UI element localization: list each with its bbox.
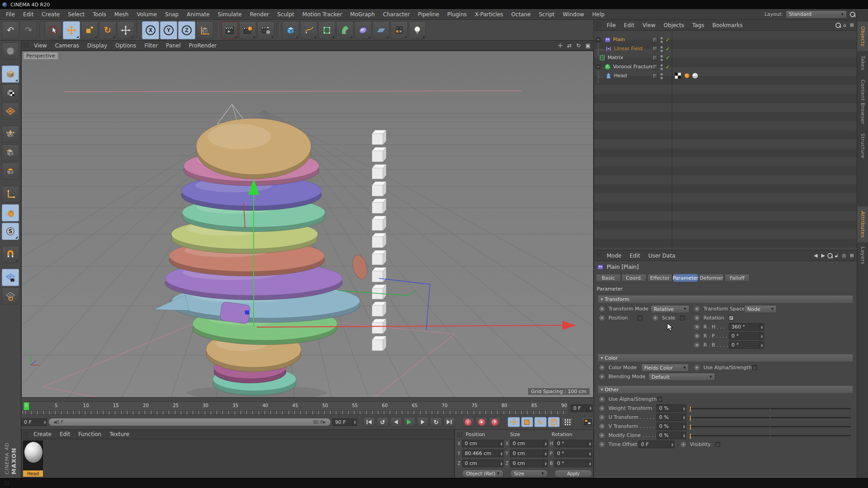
menu-item-help[interactable]: Help bbox=[588, 11, 609, 18]
material-menu-create[interactable]: Create bbox=[29, 431, 56, 437]
object-row-head[interactable]: Head bbox=[594, 71, 857, 80]
lock-x-axis-button[interactable]: X bbox=[142, 21, 159, 39]
end-frame-field[interactable]: 90 F bbox=[332, 418, 357, 426]
size-z-field[interactable]: 0 cm bbox=[510, 460, 548, 467]
move-tool-button[interactable] bbox=[63, 21, 80, 39]
linear-field-layer-swatch[interactable] bbox=[652, 46, 658, 52]
side-tab-layers[interactable]: Layers bbox=[857, 242, 868, 269]
layout-select[interactable]: Standard bbox=[786, 10, 847, 19]
live-selection-button[interactable] bbox=[45, 21, 62, 39]
tab-basic[interactable]: Basic bbox=[596, 274, 621, 282]
v-field[interactable]: 0 % bbox=[656, 422, 686, 430]
key-pla-button[interactable] bbox=[561, 417, 573, 427]
viewport-menu-panel[interactable]: Panel bbox=[162, 42, 184, 49]
u-field[interactable]: 0 % bbox=[656, 413, 686, 421]
menu-item-file[interactable]: File bbox=[2, 11, 19, 18]
transform-mode-select[interactable]: Relative bbox=[651, 305, 689, 313]
coords-grip[interactable] bbox=[457, 432, 462, 438]
viewport-menu-prorender[interactable]: ProRender bbox=[184, 42, 221, 49]
render-view-button[interactable] bbox=[221, 21, 238, 39]
plain-layer-swatch[interactable] bbox=[652, 37, 658, 42]
floor-button[interactable] bbox=[373, 21, 390, 39]
use-alpha-key-icon[interactable] bbox=[694, 365, 699, 370]
side-tab-content-browser[interactable]: Content Browser bbox=[857, 75, 868, 129]
record-keyframe-button[interactable]: ⁄ bbox=[462, 417, 474, 427]
om-menu-bookmarks[interactable]: Bookmarks bbox=[708, 22, 747, 28]
model-mode-button[interactable] bbox=[2, 66, 19, 83]
modify-field[interactable]: 0 % bbox=[656, 432, 686, 439]
scale-key-icon[interactable] bbox=[653, 315, 658, 320]
status-grip[interactable] bbox=[4, 480, 9, 486]
head-visibility-dots[interactable] bbox=[660, 73, 663, 79]
blending-key-icon[interactable] bbox=[599, 374, 604, 379]
undo-button[interactable]: ↶ bbox=[2, 21, 19, 39]
view-pan-icon[interactable]: ✛ bbox=[556, 42, 565, 49]
play-loop-button[interactable]: ↻ bbox=[430, 417, 442, 427]
current-frame-field[interactable]: 0 F bbox=[21, 418, 47, 426]
menu-item-tools[interactable]: Tools bbox=[89, 11, 110, 18]
position-checkbox[interactable] bbox=[637, 315, 642, 320]
om-menu-tags[interactable]: Tags bbox=[688, 22, 708, 28]
workplane-button[interactable] bbox=[2, 287, 19, 305]
transform-space-select[interactable]: Node bbox=[744, 305, 777, 313]
weight-field[interactable]: 0 % bbox=[656, 404, 686, 412]
lock-y-axis-button[interactable]: Y bbox=[160, 21, 177, 39]
apply-button[interactable]: Apply bbox=[554, 469, 592, 478]
om-menu-edit[interactable]: Edit bbox=[620, 22, 638, 28]
object-name[interactable]: Matrix bbox=[608, 55, 623, 61]
menu-item-mesh[interactable]: Mesh bbox=[110, 11, 133, 18]
head-layer-swatch[interactable] bbox=[652, 73, 658, 79]
menu-item-plugins[interactable]: Plugins bbox=[443, 11, 471, 18]
tab-effector[interactable]: Effector bbox=[647, 274, 672, 282]
material-name[interactable]: Head bbox=[23, 470, 43, 477]
viewport-menu-display[interactable]: Display bbox=[83, 42, 111, 49]
camera-label[interactable]: Perspective bbox=[24, 52, 58, 59]
workplane-lock-button[interactable] bbox=[2, 269, 19, 286]
preview-range-slider[interactable]: ◀ 0 F 90 F ▶ bbox=[48, 418, 331, 426]
am-menu-edit[interactable]: Edit bbox=[626, 253, 644, 259]
transform-space-key-icon[interactable] bbox=[694, 306, 699, 311]
points-mode-button[interactable] bbox=[2, 126, 19, 143]
viewport-canvas[interactable]: Y Perspective Grid Spacing : 100 cm bbox=[21, 51, 594, 398]
size-x-field[interactable]: 0 cm bbox=[510, 440, 548, 447]
pos-y-field[interactable]: 80.466 cm bbox=[462, 450, 504, 457]
material-grip[interactable] bbox=[23, 432, 28, 437]
mouse-input-button[interactable] bbox=[2, 204, 19, 221]
am-add-icon[interactable]: ⊞ bbox=[848, 253, 856, 258]
om-home-icon[interactable]: ⌂ bbox=[841, 22, 848, 28]
coord-mode-select[interactable]: Object (Rel) bbox=[462, 469, 504, 478]
view-toggle-icon[interactable]: ▣ bbox=[583, 42, 593, 49]
plain-visibility-dots[interactable] bbox=[660, 37, 663, 43]
play-reverse-button[interactable]: ↺ bbox=[377, 417, 389, 427]
transform-section-header[interactable]: Transform bbox=[598, 295, 853, 303]
size-y-field[interactable]: 0 cm bbox=[510, 450, 548, 457]
menu-item-pipeline[interactable]: Pipeline bbox=[414, 11, 443, 18]
viewport-menu-view[interactable]: View bbox=[30, 42, 51, 49]
weight-slider[interactable] bbox=[689, 408, 851, 409]
key-parameter-button[interactable]: P bbox=[548, 417, 560, 427]
snap-settings-button[interactable]: S bbox=[2, 223, 19, 240]
object-row-plain[interactable]: − Plain ✓ bbox=[594, 35, 857, 44]
side-tab-attributes[interactable]: Attributes bbox=[857, 206, 868, 242]
weight-key-icon[interactable] bbox=[599, 406, 604, 411]
rotation-checkbox[interactable] bbox=[729, 315, 734, 320]
menu-item-render[interactable]: Render bbox=[246, 11, 274, 18]
subdivision-surface-button[interactable] bbox=[318, 21, 335, 39]
coordinate-system-button[interactable] bbox=[196, 21, 213, 39]
rotate-tool-button[interactable]: ↻ bbox=[99, 21, 116, 39]
key-rotation-button[interactable]: ↻ bbox=[534, 417, 547, 427]
viewport-menu-filter[interactable]: Filter bbox=[140, 42, 162, 49]
om-add-icon[interactable]: ⊞ bbox=[848, 22, 856, 28]
other-alpha-checkbox[interactable] bbox=[657, 397, 662, 402]
pos-z-field[interactable]: 0 cm bbox=[462, 460, 504, 467]
next-frame-button[interactable] bbox=[417, 417, 429, 427]
render-settings-button[interactable] bbox=[257, 21, 274, 39]
menu-item-snap[interactable]: Snap bbox=[161, 11, 183, 18]
matrix-layer-swatch[interactable] bbox=[652, 55, 658, 61]
material-menu-texture[interactable]: Texture bbox=[105, 431, 133, 437]
light-button[interactable] bbox=[409, 21, 426, 39]
linear-field-visibility-dots[interactable] bbox=[660, 46, 663, 52]
view-zoom-icon[interactable]: ⇄ bbox=[565, 42, 574, 49]
tab-parameter[interactable]: Parameter bbox=[673, 274, 698, 282]
object-name[interactable]: Linear Field bbox=[614, 46, 642, 52]
